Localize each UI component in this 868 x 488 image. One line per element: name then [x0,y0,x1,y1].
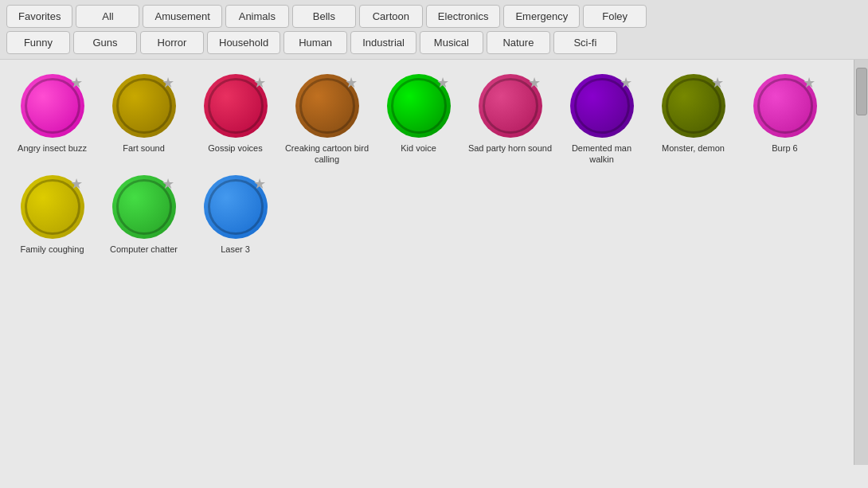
star-icon[interactable]: ★ [803,76,815,90]
sound-item: ★Burp 6 [739,68,831,169]
category-btn-human[interactable]: Human [283,31,347,54]
category-btn-electronics[interactable]: Electronics [426,5,501,28]
sound-item: ★Monster, demon [647,68,739,169]
sound-item: ★Fart sound [98,68,190,169]
category-btn-all[interactable]: All [76,5,139,28]
sound-label: Laser 3 [221,244,250,255]
category-btn-foley[interactable]: Foley [583,5,647,28]
sound-label: Creaking cartoon bird calling [284,142,369,166]
sound-grid: ★Angry insect buzz★Fart sound★Gossip voi… [6,68,847,258]
sound-circle-wrapper: ★ [479,74,542,138]
star-icon[interactable]: ★ [345,76,358,90]
sound-circle-wrapper: ★ [295,74,359,138]
sound-label: Kid voice [401,142,436,154]
sound-circle-wrapper: ★ [204,175,268,239]
category-btn-horror[interactable]: Horror [140,31,204,54]
sound-item: ★Gossip voices [190,68,281,169]
sound-item: ★Computer chatter [98,169,190,258]
category-btn-musical[interactable]: Musical [420,31,483,54]
sound-circle-wrapper: ★ [112,74,176,138]
category-btn-amusement[interactable]: Amusement [143,5,221,28]
sound-label: Monster, demon [662,142,725,154]
category-btn-cartoon[interactable]: Cartoon [359,5,423,28]
star-icon[interactable]: ★ [162,177,174,191]
sound-circle-wrapper: ★ [662,74,725,138]
category-btn-animals[interactable]: Animals [225,5,289,28]
sound-item: ★Sad party horn sound [464,68,556,169]
sound-label: Angry insect buzz [18,142,87,154]
sound-item: ★Creaking cartoon bird calling [281,68,373,169]
sound-item: ★Demented man walkin [556,68,647,169]
sound-label: Burp 6 [772,142,797,154]
sound-label: Sad party horn sound [468,142,552,154]
sound-circle-wrapper: ★ [204,74,268,138]
scrollbar[interactable] [854,60,868,465]
category-btn-bells[interactable]: Bells [292,5,356,28]
sound-label: Fart sound [123,142,165,154]
star-icon[interactable]: ★ [253,76,266,90]
category-btn-favorites[interactable]: Favorites [6,5,72,28]
category-btn-industrial[interactable]: Industrial [350,31,416,54]
sound-item: ★Laser 3 [190,169,281,258]
sound-label: Family coughing [20,244,84,255]
category-btn-emergency[interactable]: Emergency [503,5,580,28]
sound-item: ★Angry insect buzz [6,68,98,169]
sound-circle-wrapper: ★ [112,175,176,239]
star-icon[interactable]: ★ [162,76,174,90]
sound-label: Demented man walkin [559,142,644,166]
sound-item: ★Kid voice [373,68,464,169]
content-area: ★Angry insect buzz★Fart sound★Gossip voi… [0,60,854,465]
category-btn-household[interactable]: Household [207,31,280,54]
star-icon[interactable]: ★ [70,76,83,90]
scrollbar-thumb[interactable] [856,68,867,115]
star-icon[interactable]: ★ [620,76,632,90]
category-btn-guns[interactable]: Guns [73,31,137,54]
sound-circle-wrapper: ★ [753,74,817,138]
star-icon[interactable]: ★ [70,177,83,191]
category-btn-nature[interactable]: Nature [487,31,550,54]
category-btn-sci-fi[interactable]: Sci-fi [553,31,617,54]
star-icon[interactable]: ★ [436,76,449,90]
sound-circle-wrapper: ★ [570,74,634,138]
sound-item: ★Family coughing [6,169,98,258]
star-icon[interactable]: ★ [253,177,266,191]
sound-label: Gossip voices [208,142,262,154]
top-bar: FavoritesAllAmusementAnimalsBellsCartoon… [0,0,868,60]
sound-circle-wrapper: ★ [21,74,84,138]
sound-circle-wrapper: ★ [387,74,451,138]
star-icon[interactable]: ★ [711,76,724,90]
star-icon[interactable]: ★ [528,76,541,90]
sound-circle-wrapper: ★ [21,175,84,239]
category-btn-funny[interactable]: Funny [6,31,70,54]
sound-label: Computer chatter [110,244,178,255]
